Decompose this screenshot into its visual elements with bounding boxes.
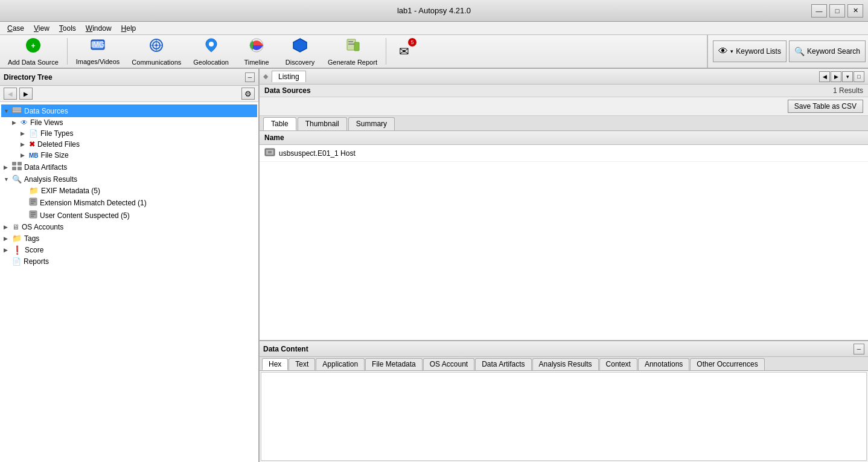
email-button[interactable]: ✉ 5 — [389, 36, 420, 66]
dc-tab-os-account[interactable]: OS Account — [423, 358, 474, 370]
score-icon: ❗ — [12, 245, 22, 255]
dc-tab-application[interactable]: Application — [316, 358, 365, 370]
discovery-icon — [292, 37, 308, 57]
menu-help[interactable]: Help — [116, 23, 141, 34]
expand-icon: ▼ — [4, 108, 12, 114]
analysis-results-icon: 🔍 — [12, 175, 22, 184]
data-content-tab-row: Hex Text Application File Metadata OS Ac… — [260, 357, 868, 371]
expand-icon: ▶ — [21, 130, 29, 136]
keyword-lists-button[interactable]: 👁 ▾ Keyword Lists — [713, 40, 787, 62]
panel-prev-button[interactable]: ◀ — [819, 71, 830, 82]
dc-tab-other-occurrences[interactable]: Other Occurrences — [690, 358, 764, 370]
score-label: Score — [25, 246, 43, 254]
data-artifacts-icon — [12, 162, 22, 172]
expand-icon: ▶ — [12, 120, 21, 126]
keyword-lists-label: Keyword Lists — [736, 47, 781, 56]
panel-collapse-button[interactable]: □ — [854, 71, 864, 82]
menu-case[interactable]: Case — [2, 23, 29, 34]
tree-item-file-types[interactable]: ▶ 📄 File Types — [1, 128, 257, 139]
geolocation-button[interactable]: Geolocation — [188, 36, 234, 66]
data-content-area — [261, 372, 867, 461]
communications-button[interactable]: Communications — [126, 36, 187, 66]
forward-button[interactable]: ▶ — [19, 88, 33, 100]
file-size-label: File Size — [41, 151, 69, 159]
panel-next-button[interactable]: ▶ — [831, 71, 841, 82]
dc-tab-file-metadata-label: File Metadata — [372, 360, 416, 368]
dc-tab-data-artifacts[interactable]: Data Artifacts — [475, 358, 531, 370]
listing-tab-row: Table Thumbnail Summary — [260, 116, 868, 131]
tree-item-reports[interactable]: 📄 Reports — [1, 256, 257, 267]
minimize-button[interactable]: — — [811, 4, 827, 18]
tree-item-deleted-files[interactable]: ▶ ✖ Deleted Files — [1, 139, 257, 150]
file-types-label: File Types — [40, 129, 73, 138]
add-data-source-button[interactable]: + Add Data Source — [2, 36, 64, 66]
keyword-search-button[interactable]: 🔍 Keyword Search — [789, 40, 866, 62]
tree-item-file-size[interactable]: ▶ MB File Size — [1, 150, 257, 161]
left-panel: Directory Tree ─ ◀ ▶ ⚙ ▼ Data Sources — [0, 69, 260, 462]
collapse-tree-button[interactable]: ─ — [245, 72, 255, 82]
listing-panel: ◆ Listing ◀ ▶ ▾ □ Data Sources 1 Results — [260, 69, 868, 341]
tree-item-os-accounts[interactable]: ▶ 🖥 OS Accounts — [1, 222, 257, 233]
reports-icon: 📄 — [12, 257, 21, 266]
data-content-title: Data Content — [263, 345, 308, 353]
timeline-label: Timeline — [244, 59, 269, 66]
directory-tree-title: Directory Tree — [4, 73, 53, 82]
menu-tools[interactable]: Tools — [54, 23, 81, 34]
deleted-files-icon: ✖ — [29, 140, 35, 149]
tree-item-analysis-results[interactable]: ▼ 🔍 Analysis Results — [1, 173, 257, 185]
row-name: usbsuspect.E01_1 Host — [279, 149, 356, 158]
tree-item-file-views[interactable]: ▶ 👁 File Views — [1, 117, 257, 128]
settings-button[interactable]: ⚙ — [241, 88, 255, 100]
dc-tab-context[interactable]: Context — [599, 358, 637, 370]
menu-view[interactable]: View — [29, 23, 54, 34]
tree-item-user-content[interactable]: User Content Suspected (5) — [1, 209, 257, 222]
collapse-icon: ─ — [248, 74, 252, 80]
save-csv-button[interactable]: Save Table as CSV — [788, 100, 863, 113]
tree-item-tags[interactable]: ▶ 📁 Tags — [1, 233, 257, 244]
tree-item-data-sources[interactable]: ▼ Data Sources — [1, 104, 257, 117]
tab-thumbnail-label: Thumbnail — [305, 120, 339, 128]
tab-table[interactable]: Table — [263, 117, 296, 130]
svg-rect-23 — [12, 167, 16, 170]
file-types-icon: 📄 — [29, 129, 38, 138]
menu-window[interactable]: Window — [81, 23, 116, 34]
generate-report-button[interactable]: Generate Report — [322, 36, 383, 66]
deleted-files-label: Deleted Files — [37, 140, 80, 149]
tree-item-exif-metadata[interactable]: 📁 EXIF Metadata (5) — [1, 185, 257, 196]
expand-icon: ▶ — [21, 141, 29, 147]
table-row[interactable]: usbsuspect.E01_1 Host — [260, 145, 868, 162]
tab-thumbnail[interactable]: Thumbnail — [298, 117, 347, 130]
tree-item-extension-mismatch[interactable]: Extension Mismatch Detected (1) — [1, 196, 257, 209]
dc-tab-text[interactable]: Text — [289, 358, 315, 370]
keyword-search-label: Keyword Search — [807, 47, 860, 56]
svg-rect-20 — [13, 111, 21, 112]
images-videos-button[interactable]: IMG Images/Videos — [71, 36, 126, 66]
listing-tab[interactable]: Listing — [272, 71, 306, 82]
maximize-button[interactable]: □ — [829, 4, 845, 18]
svg-rect-35 — [268, 151, 272, 153]
tab-table-label: Table — [271, 120, 289, 128]
dc-tab-analysis-results-label: Analysis Results — [539, 360, 592, 368]
toolbar-right: 👁 ▾ Keyword Lists 🔍 Keyword Search — [707, 35, 866, 68]
data-content-collapse-button[interactable]: ─ — [854, 344, 864, 355]
dc-tab-hex[interactable]: Hex — [262, 358, 288, 370]
dc-tab-data-artifacts-label: Data Artifacts — [482, 360, 525, 368]
panel-dropdown-button[interactable]: ▾ — [842, 71, 853, 82]
tab-summary-label: Summary — [356, 120, 387, 128]
dc-tab-file-metadata[interactable]: File Metadata — [365, 358, 423, 370]
tree-item-data-artifacts[interactable]: ▶ Data Artifacts — [1, 161, 257, 173]
expand-icon: ▼ — [4, 176, 12, 182]
svg-text:IMG: IMG — [91, 40, 105, 49]
panel-nav-buttons: ◀ ▶ ▾ □ — [819, 71, 864, 82]
tree-header-controls: ─ — [245, 72, 255, 82]
tab-summary[interactable]: Summary — [348, 117, 395, 130]
tree-item-score[interactable]: ▶ ❗ Score — [1, 244, 257, 256]
listing-title: Listing — [278, 72, 299, 81]
dc-tab-annotations[interactable]: Annotations — [638, 358, 689, 370]
dc-tab-analysis-results[interactable]: Analysis Results — [532, 358, 599, 370]
timeline-button[interactable]: Timeline — [235, 36, 278, 66]
close-button[interactable]: ✕ — [847, 4, 863, 18]
images-videos-icon: IMG — [90, 37, 106, 56]
discovery-button[interactable]: Discovery — [279, 36, 321, 66]
back-button[interactable]: ◀ — [4, 88, 17, 100]
